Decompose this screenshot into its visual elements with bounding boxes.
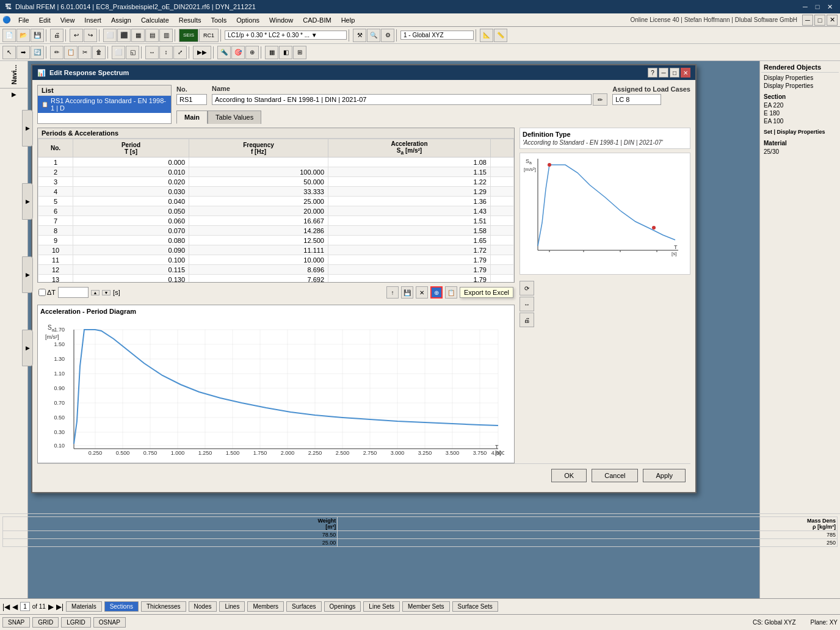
nav-first[interactable]: |◀ <box>2 603 10 611</box>
tab-members[interactable]: Members <box>247 601 284 612</box>
tb2-5[interactable]: 📋 <box>64 46 78 59</box>
menu-assign[interactable]: Assign <box>106 15 136 25</box>
cs-dropdown[interactable]: 1 - Global XYZ <box>400 31 474 40</box>
table-row[interactable]: 90.08012.5001.65 <box>38 236 514 245</box>
tab-main[interactable]: Main <box>176 110 208 124</box>
spin-up[interactable]: ▲ <box>91 290 100 295</box>
tb-b3[interactable]: ▦ <box>131 29 145 42</box>
tb2-14[interactable]: 🎯 <box>231 46 245 59</box>
tb2-15[interactable]: ⊕ <box>245 46 259 59</box>
nav-next[interactable]: ▶ <box>48 603 54 611</box>
dialog-help[interactable]: ? <box>648 68 657 78</box>
table-row[interactable]: 60.05020.0001.43 <box>38 206 514 216</box>
row-import-btn[interactable]: 📋 <box>445 286 457 299</box>
rs-list-item[interactable]: 📋 RS1 According to Standard - EN 1998-1 … <box>38 96 171 113</box>
tb-c3[interactable]: ⚙ <box>381 29 394 42</box>
close-btn[interactable]: ✕ <box>824 1 835 12</box>
name-input[interactable] <box>212 94 592 105</box>
tab-line-sets[interactable]: Line Sets <box>363 601 400 612</box>
row-delete-btn[interactable]: ✕ <box>416 286 428 299</box>
spin-down[interactable]: ▼ <box>102 290 110 295</box>
rs-section-1[interactable]: EA 220 <box>761 101 839 109</box>
minimize-btn[interactable]: ─ <box>800 1 811 12</box>
dialog-close[interactable]: ✕ <box>681 68 690 78</box>
rs-display-props-2[interactable]: Display Properties <box>761 82 839 90</box>
tb2-6[interactable]: ✂ <box>78 46 92 59</box>
status-lgrid[interactable]: LGRID <box>61 617 91 628</box>
rs-section-3[interactable]: EA 100 <box>761 117 839 125</box>
menu-results[interactable]: Results <box>174 15 206 25</box>
chart-ctrl-2[interactable]: ↔ <box>520 297 534 311</box>
rs-display-props-1[interactable]: Display Properties <box>761 74 839 82</box>
tb2-10[interactable]: ↔ <box>145 46 159 59</box>
rs-section-2[interactable]: E 180 <box>761 109 839 117</box>
tb-b4[interactable]: ▤ <box>145 29 159 42</box>
tb2-4[interactable]: ✏ <box>50 46 63 59</box>
table-row[interactable]: 70.06016.6671.51 <box>38 216 514 226</box>
menu-file[interactable]: File <box>13 15 34 25</box>
table-row[interactable]: 10.0001.08 <box>38 158 514 167</box>
menu-insert[interactable]: Insert <box>79 15 106 25</box>
tb2-select[interactable]: ▶▶ <box>193 46 211 59</box>
delta-t-checkbox[interactable] <box>38 289 46 296</box>
tb2-8[interactable]: ⬜ <box>112 46 125 59</box>
tb2-12[interactable]: ⤢ <box>173 46 187 59</box>
ok-button[interactable]: OK <box>551 469 587 482</box>
no-input[interactable] <box>176 94 207 105</box>
tb-print[interactable]: 🖨 <box>50 29 63 42</box>
rs-material-value[interactable]: 25/30 <box>761 148 839 156</box>
tb-c2[interactable]: 🔍 <box>367 29 380 42</box>
nav-prev[interactable]: ◀ <box>12 603 18 611</box>
table-row[interactable]: 20.010100.0001.15 <box>38 167 514 177</box>
lc-dropdown[interactable]: LC1/p + 0.30 * LC2 + 0.30 * ... ▼ <box>225 31 347 40</box>
delta-t-spin[interactable] <box>58 287 89 298</box>
menu-tools[interactable]: Tools <box>206 15 231 25</box>
menu-cadbim[interactable]: CAD-BIM <box>298 15 336 25</box>
dialog-maximize[interactable]: □ <box>670 68 679 78</box>
table-row[interactable]: 120.1158.6961.79 <box>38 265 514 275</box>
table-row[interactable]: 40.03033.3331.29 <box>38 187 514 197</box>
status-grid[interactable]: GRID <box>32 617 59 628</box>
tb-seis[interactable]: SEIS <box>179 29 198 42</box>
tb2-16[interactable]: ▦ <box>265 46 278 59</box>
tb-new[interactable]: 📄 <box>2 29 16 42</box>
main-minimize[interactable]: ─ <box>802 15 813 26</box>
tab-openings[interactable]: Openings <box>324 601 361 612</box>
tb-rc1[interactable]: RC1 <box>199 29 219 42</box>
tb-undo[interactable]: ↩ <box>70 29 83 42</box>
tb2-18[interactable]: ⊞ <box>293 46 306 59</box>
tb2-17[interactable]: ◧ <box>279 46 292 59</box>
tb2-2[interactable]: ➡ <box>16 46 30 59</box>
tb-d2[interactable]: 📏 <box>494 29 507 42</box>
tb2-3[interactable]: 🔄 <box>31 46 44 59</box>
menu-window[interactable]: Window <box>264 15 298 25</box>
tab-thicknesses[interactable]: Thicknesses <box>141 601 186 612</box>
dialog-minimize[interactable]: ─ <box>659 68 668 78</box>
assigned-input[interactable] <box>612 94 661 105</box>
status-osnap[interactable]: OSNAP <box>93 617 126 628</box>
tb2-11[interactable]: ↕ <box>159 46 173 59</box>
menu-calculate[interactable]: Calculate <box>136 15 174 25</box>
table-row[interactable]: 50.04025.0001.36 <box>38 197 514 206</box>
tb2-7[interactable]: 🗑 <box>92 46 106 59</box>
nav-last[interactable]: ▶| <box>56 603 63 611</box>
row-add-btn[interactable]: ⊕ <box>430 286 443 299</box>
chart-ctrl-3[interactable]: 🖨 <box>520 313 534 327</box>
expand-arrow-4[interactable]: ▶ <box>22 330 33 366</box>
menu-options[interactable]: Options <box>231 15 264 25</box>
tb-b2[interactable]: ⬛ <box>117 29 131 42</box>
nav-toggle[interactable]: ▶ <box>0 88 27 100</box>
name-edit-btn[interactable]: ✏ <box>593 93 607 106</box>
tb-b1[interactable]: ⬜ <box>103 29 117 42</box>
tab-materials[interactable]: Materials <box>66 601 102 612</box>
tab-surface-sets[interactable]: Surface Sets <box>452 601 498 612</box>
tb2-9[interactable]: ◱ <box>126 46 139 59</box>
tab-surfaces[interactable]: Surfaces <box>286 601 321 612</box>
table-row[interactable]: 110.10010.0001.79 <box>38 255 514 265</box>
status-snap[interactable]: SNAP <box>2 617 30 628</box>
apply-button[interactable]: Apply <box>643 469 686 482</box>
expand-arrow-3[interactable]: ▶ <box>22 256 33 293</box>
row-up-btn[interactable]: ↑ <box>386 286 399 299</box>
tb-b5[interactable]: ▥ <box>159 29 173 42</box>
tab-table-values[interactable]: Table Values <box>208 110 261 124</box>
